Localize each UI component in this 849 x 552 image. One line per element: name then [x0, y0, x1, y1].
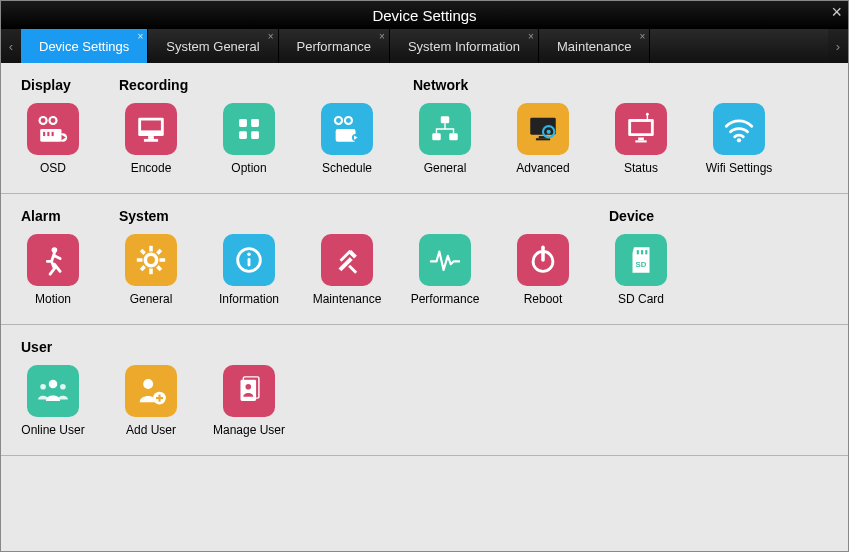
group-user: UserOnline UserAdd UserManage User [21, 339, 281, 437]
item-label: Schedule [322, 161, 372, 175]
row: UserOnline UserAdd UserManage User [1, 325, 848, 456]
svg-line-44 [157, 250, 161, 254]
group-display: DisplayOSD [21, 77, 85, 175]
item-online-user[interactable]: Online User [21, 365, 85, 437]
wifi-icon [713, 103, 765, 155]
item-label: Encode [131, 161, 172, 175]
item-general[interactable]: General [119, 234, 183, 306]
tab-label: Device Settings [39, 39, 129, 54]
items: GeneralAdvancedStatusWifi Settings [413, 103, 771, 175]
item-add-user[interactable]: Add User [119, 365, 183, 437]
power-icon [517, 234, 569, 286]
pulse-icon [419, 234, 471, 286]
option-icon [223, 103, 275, 155]
svg-point-37 [145, 254, 156, 265]
group-label: Device [609, 208, 673, 224]
tab-system-information[interactable]: System Information× [390, 29, 539, 63]
schedule-icon [321, 103, 373, 155]
item-manage-user[interactable]: Manage User [217, 365, 281, 437]
svg-point-34 [646, 113, 649, 116]
item-label: Maintenance [313, 292, 382, 306]
add-user-icon [125, 365, 177, 417]
svg-rect-5 [52, 132, 54, 136]
item-encode[interactable]: Encode [119, 103, 183, 175]
net-advanced-icon [517, 103, 569, 155]
close-icon[interactable]: × [831, 2, 842, 23]
info-icon [223, 234, 275, 286]
item-motion[interactable]: Motion [21, 234, 85, 306]
group-recording: RecordingEncodeOptionSchedule [119, 77, 379, 175]
svg-point-0 [40, 117, 47, 124]
tab-performance[interactable]: Performance× [279, 29, 390, 63]
tab-scroll-left[interactable]: ‹ [1, 29, 21, 63]
tab-scroll-right[interactable]: › [828, 29, 848, 63]
item-label: Status [624, 161, 658, 175]
item-label: Add User [126, 423, 176, 437]
svg-rect-31 [638, 138, 644, 141]
svg-point-1 [49, 117, 56, 124]
item-advanced[interactable]: Advanced [511, 103, 575, 175]
svg-rect-9 [141, 121, 161, 131]
item-label: Option [231, 161, 266, 175]
gear-icon [125, 234, 177, 286]
item-general[interactable]: General [413, 103, 477, 175]
tab-close-icon[interactable]: × [528, 31, 534, 42]
item-schedule[interactable]: Schedule [315, 103, 379, 175]
group-label: Display [21, 77, 85, 93]
svg-point-60 [143, 379, 153, 389]
item-sd-card[interactable]: SDSD Card [609, 234, 673, 306]
items: SDSD Card [609, 234, 673, 306]
svg-point-28 [547, 130, 551, 134]
svg-point-16 [335, 117, 342, 124]
item-label: Performance [411, 292, 480, 306]
item-label: General [424, 161, 467, 175]
item-information[interactable]: Information [217, 234, 281, 306]
svg-point-57 [49, 380, 58, 389]
titlebar: Device Settings × [1, 1, 848, 29]
svg-rect-54 [641, 250, 643, 254]
item-label: Wifi Settings [706, 161, 773, 175]
svg-rect-23 [449, 133, 458, 140]
svg-rect-12 [239, 119, 247, 127]
items: Motion [21, 234, 85, 306]
item-label: Manage User [213, 423, 285, 437]
svg-point-17 [345, 117, 352, 124]
svg-rect-55 [645, 250, 647, 254]
item-osd[interactable]: OSD [21, 103, 85, 175]
tab-bar: ‹ Device Settings×System General×Perform… [1, 29, 848, 63]
item-maintenance[interactable]: Maintenance [315, 234, 379, 306]
svg-rect-18 [336, 129, 356, 142]
tab-maintenance[interactable]: Maintenance× [539, 29, 650, 63]
svg-point-58 [40, 384, 46, 390]
item-reboot[interactable]: Reboot [511, 234, 575, 306]
item-wifi-settings[interactable]: Wifi Settings [707, 103, 771, 175]
group-alarm: AlarmMotion [21, 208, 85, 306]
tab-system-general[interactable]: System General× [148, 29, 278, 63]
item-label: General [130, 292, 173, 306]
tab-close-icon[interactable]: × [137, 31, 143, 42]
item-option[interactable]: Option [217, 103, 281, 175]
item-label: OSD [40, 161, 66, 175]
tab-close-icon[interactable]: × [379, 31, 385, 42]
svg-rect-4 [47, 132, 49, 136]
group-label: Alarm [21, 208, 85, 224]
content-area: DisplayOSDRecordingEncodeOptionScheduleN… [1, 63, 848, 551]
item-label: Motion [35, 292, 71, 306]
svg-rect-11 [148, 136, 154, 139]
window-title: Device Settings [372, 7, 476, 24]
svg-rect-3 [43, 132, 45, 136]
tab-close-icon[interactable]: × [640, 31, 646, 42]
item-label: Advanced [516, 161, 569, 175]
manage-user-icon [223, 365, 275, 417]
tab-label: Maintenance [557, 39, 631, 54]
item-performance[interactable]: Performance [413, 234, 477, 306]
tab-close-icon[interactable]: × [268, 31, 274, 42]
tab-device-settings[interactable]: Device Settings× [21, 29, 148, 63]
items: Online UserAdd UserManage User [21, 365, 281, 437]
svg-rect-30 [631, 122, 651, 133]
group-label: User [21, 339, 281, 355]
item-label: Reboot [524, 292, 563, 306]
tab-label: System Information [408, 39, 520, 54]
svg-line-42 [141, 250, 145, 254]
item-status[interactable]: Status [609, 103, 673, 175]
